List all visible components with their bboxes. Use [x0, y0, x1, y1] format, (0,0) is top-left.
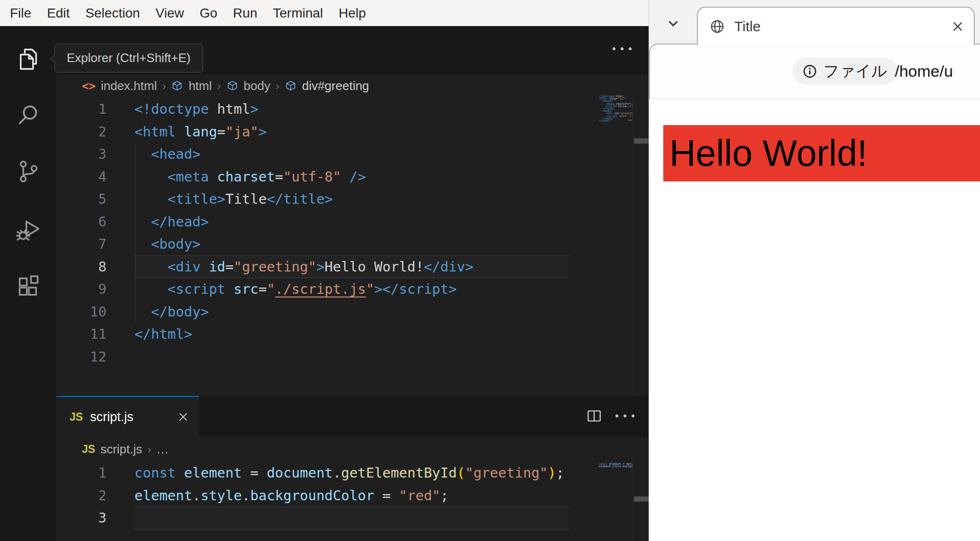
browser-tab-title: Title — [734, 18, 761, 35]
line-number: 8 — [56, 256, 107, 279]
search-icon — [16, 103, 41, 127]
code-line[interactable]: 4 <meta charset="utf-8" /> — [56, 166, 633, 189]
code-editor-html[interactable]: 1<!doctype html>2<html lang="ja">3 <head… — [56, 97, 633, 396]
close-icon[interactable] — [951, 20, 964, 33]
code-line[interactable]: 6 </head> — [56, 211, 633, 234]
split-editor-icon — [586, 408, 602, 424]
close-icon[interactable] — [177, 411, 189, 423]
line-number: 1 — [56, 98, 107, 121]
address-url[interactable]: /home/u — [895, 44, 953, 99]
run-debug-icon — [16, 218, 41, 243]
line-number: 5 — [56, 188, 107, 211]
minimap[interactable]: <!doctype html><html lang="ja"> <head> <… — [571, 95, 633, 123]
code-line[interactable]: 1const element = document.getElementById… — [56, 462, 633, 485]
breadcrumb-separator: › — [217, 80, 221, 93]
activity-bar — [0, 26, 56, 541]
editor-more-actions-button[interactable] — [613, 47, 632, 50]
code-editor-js[interactable]: 1const element = document.getElementById… — [56, 462, 633, 541]
chevron-down-icon — [665, 15, 682, 32]
browser-tab-strip: Title — [649, 0, 980, 44]
menu-item-run[interactable]: Run — [233, 6, 257, 21]
greeting-heading: Hello World! — [669, 132, 867, 174]
code-line[interactable]: 2element.style.backgroundColor = "red"; — [56, 485, 633, 507]
files-icon — [16, 47, 41, 72]
tab-script-js[interactable]: JS script.js — [56, 396, 199, 437]
line-number: 3 — [56, 507, 107, 530]
menu-item-go[interactable]: Go — [200, 6, 217, 21]
breadcrumb-item-html[interactable]: html — [188, 79, 212, 93]
breadcrumb-item-file[interactable]: index.html — [101, 79, 157, 93]
code-line[interactable]: 12 — [56, 346, 633, 369]
greeting-banner: Hello World! — [663, 125, 980, 181]
line-number: 2 — [56, 485, 107, 507]
symbol-cube-icon — [226, 80, 239, 92]
line-number: 6 — [56, 211, 107, 234]
scrollbar-track — [633, 462, 633, 541]
line-number: 11 — [56, 323, 107, 346]
tooltip-text: Explorer (Ctrl+Shift+E) — [67, 51, 191, 65]
breadcrumb-item-body[interactable]: body — [244, 79, 270, 93]
code-line[interactable]: 3 — [56, 507, 633, 530]
breadcrumb: <> index.html › html › body › div#greeti… — [56, 75, 649, 97]
line-number: 2 — [56, 121, 107, 144]
code-line[interactable]: 3 <head> — [56, 143, 633, 166]
chip-label: ファイル — [823, 61, 887, 82]
breadcrumb-separator: › — [162, 80, 166, 93]
minimap[interactable]: const element = document.getElementById(… — [571, 462, 633, 474]
code-line[interactable]: 7 <body> — [56, 233, 633, 256]
activity-explorer-button[interactable] — [0, 36, 56, 83]
tab-label: script.js — [90, 410, 134, 424]
activity-search-button[interactable] — [0, 91, 56, 139]
line-number: 4 — [56, 166, 107, 189]
menu-item-view[interactable]: View — [156, 6, 184, 21]
line-number: 7 — [56, 233, 107, 256]
activity-run-debug-button[interactable] — [0, 207, 56, 254]
code-line[interactable]: 11</html> — [56, 323, 633, 346]
line-number: 9 — [56, 278, 107, 301]
breadcrumb-item-file[interactable]: script.js — [100, 442, 142, 457]
breadcrumb-item-div-greeting[interactable]: div#greeting — [302, 79, 369, 93]
menu-item-terminal[interactable]: Terminal — [273, 6, 323, 21]
code-line[interactable]: 2<html lang="ja"> — [56, 121, 633, 144]
breadcrumb-item-more[interactable]: … — [156, 442, 169, 457]
menu-item-file[interactable]: File — [10, 6, 31, 21]
menu-item-help[interactable]: Help — [339, 6, 366, 21]
activity-source-control-button[interactable] — [0, 148, 56, 195]
code-line[interactable]: 8 <div id="greeting">Hello World!</div> — [56, 256, 633, 279]
info-icon — [802, 64, 817, 79]
source-control-icon — [16, 159, 41, 184]
symbol-cube-icon — [285, 80, 297, 92]
menu-item-selection[interactable]: Selection — [85, 6, 140, 21]
code-line[interactable]: 5 <title>Title</title> — [56, 188, 633, 211]
panel-tab-bar: JS script.js — [56, 396, 649, 437]
line-number: 10 — [56, 301, 107, 324]
menu-bar: File Edit Selection View Go Run Terminal… — [0, 0, 649, 26]
breadcrumb-separator: › — [147, 443, 151, 456]
activity-extensions-button[interactable] — [0, 263, 56, 311]
line-number: 3 — [56, 143, 107, 166]
code-line[interactable]: 10 </body> — [56, 301, 633, 324]
breadcrumb-js: JS script.js › … — [56, 437, 649, 462]
line-number: 12 — [56, 346, 107, 369]
explorer-tooltip: Explorer (Ctrl+Shift+E) — [54, 44, 203, 72]
symbol-cube-icon — [171, 80, 183, 92]
browser-page: Hello World! — [649, 99, 980, 541]
breadcrumb-separator: › — [276, 80, 279, 93]
js-icon: JS — [70, 411, 83, 424]
scrollbar-thumb[interactable] — [634, 138, 649, 144]
browser-window: Title ファイル /home/u Hello World! — [649, 0, 980, 541]
tab-search-button[interactable] — [661, 13, 685, 34]
code-line[interactable]: 9 <script src="./script.js"></script> — [56, 278, 633, 301]
scrollbar-thumb[interactable] — [634, 496, 649, 502]
scrollbar-track — [633, 97, 633, 396]
menu-item-edit[interactable]: Edit — [47, 6, 70, 21]
line-number: 1 — [56, 462, 107, 485]
site-info-chip[interactable]: ファイル — [793, 58, 897, 85]
extensions-icon — [16, 275, 41, 299]
html-file-icon: <> — [82, 80, 96, 93]
code-line[interactable]: 1<!doctype html> — [56, 98, 633, 121]
split-editor-button[interactable] — [586, 408, 602, 424]
panel-more-actions-button[interactable] — [615, 415, 634, 417]
globe-icon — [709, 18, 725, 35]
browser-tab[interactable]: Title — [697, 7, 975, 45]
